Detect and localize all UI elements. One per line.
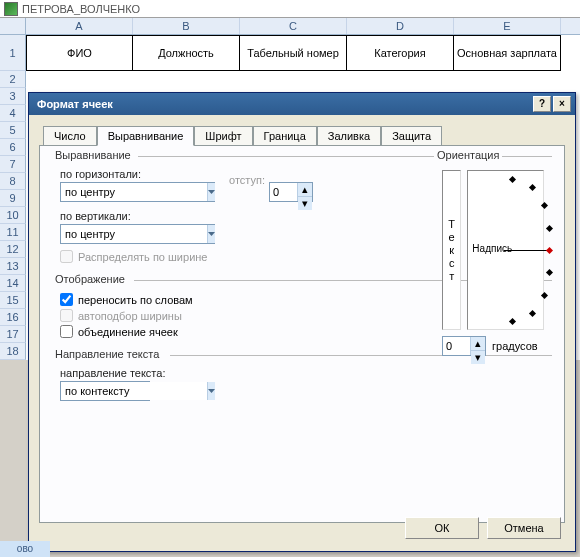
horizontal-combo[interactable] — [60, 182, 215, 202]
dialog-tabs: Число Выравнивание Шрифт Граница Заливка… — [29, 115, 575, 145]
degrees-value[interactable] — [443, 337, 470, 355]
degrees-spinner[interactable]: ▴▾ — [442, 336, 486, 356]
vertical-value[interactable] — [61, 225, 207, 243]
shrink-label: автоподбор ширины — [78, 310, 182, 322]
dialog-titlebar[interactable]: Формат ячеек ? × — [29, 93, 575, 115]
spinner-up-icon[interactable]: ▴ — [298, 183, 312, 197]
workbook-titlebar: ПЕТРОВА_ВОЛЧЕНКО — [0, 0, 580, 18]
textdir-value[interactable] — [61, 382, 207, 400]
tab-border[interactable]: Граница — [253, 126, 317, 146]
cell-d1[interactable]: Категория — [347, 35, 454, 71]
dialog-buttons: ОК Отмена — [405, 517, 561, 539]
degrees-label: градусов — [492, 340, 538, 352]
row-header-10[interactable]: 10 — [0, 207, 26, 224]
cell-c1[interactable]: Табельный номер — [240, 35, 347, 71]
alignment-group-label: Выравнивание — [52, 149, 134, 161]
row-header-4[interactable]: 4 — [0, 105, 26, 122]
select-all-corner[interactable] — [0, 18, 26, 34]
workbook-title: ПЕТРОВА_ВОЛЧЕНКО — [22, 3, 140, 15]
row-header-11[interactable]: 11 — [0, 224, 26, 241]
cancel-button[interactable]: Отмена — [487, 517, 561, 539]
row-header-9[interactable]: 9 — [0, 190, 26, 207]
row-header-5[interactable]: 5 — [0, 122, 26, 139]
col-header-b[interactable]: B — [133, 18, 240, 34]
row-headers: 2 3 4 5 6 7 8 9 10 11 12 13 14 15 16 17 … — [0, 71, 26, 360]
indent-label: отступ: — [229, 174, 265, 186]
chevron-down-icon[interactable] — [207, 225, 215, 243]
orientation-group-label: Ориентация — [434, 149, 502, 161]
excel-icon — [4, 2, 18, 16]
tab-protection[interactable]: Защита — [381, 126, 442, 146]
alignment-panel: Выравнивание по горизонтали: отступ: — [39, 145, 565, 523]
row-header-16[interactable]: 16 — [0, 309, 26, 326]
distribute-label: Распределять по ширине — [78, 251, 207, 263]
wrap-checkbox[interactable] — [60, 293, 73, 306]
wrap-label: переносить по словам — [78, 294, 193, 306]
vertical-text-button[interactable]: Т е к с т — [442, 170, 461, 330]
row-header-13[interactable]: 13 — [0, 258, 26, 275]
dialog-title: Формат ячеек — [33, 98, 531, 110]
orientation-dial-label: Надпись — [472, 243, 512, 254]
row-1: 1 ФИО Должность Табельный номер Категори… — [0, 35, 580, 71]
spinner-down-icon[interactable]: ▾ — [298, 197, 312, 210]
col-header-d[interactable]: D — [347, 18, 454, 34]
orientation-group: Ориентация Т е к с т Надпись — [434, 156, 552, 364]
spinner-up-icon[interactable]: ▴ — [471, 337, 485, 351]
chevron-down-icon[interactable] — [207, 382, 215, 400]
tab-number[interactable]: Число — [43, 126, 97, 146]
tab-font[interactable]: Шрифт — [194, 126, 252, 146]
row-header-17[interactable]: 17 — [0, 326, 26, 343]
horizontal-value[interactable] — [61, 183, 207, 201]
indent-value[interactable] — [270, 183, 297, 201]
col-header-c[interactable]: C — [240, 18, 347, 34]
cell-e1[interactable]: Основная зарплата — [454, 35, 561, 71]
row-header-1[interactable]: 1 — [0, 35, 26, 71]
tab-fill[interactable]: Заливка — [317, 126, 381, 146]
row-header-18[interactable]: 18 — [0, 343, 26, 360]
format-cells-dialog: Формат ячеек ? × Число Выравнивание Шриф… — [28, 92, 576, 552]
tab-alignment[interactable]: Выравнивание — [97, 126, 195, 146]
close-button[interactable]: × — [553, 96, 571, 112]
cell-a1[interactable]: ФИО — [26, 35, 133, 71]
column-header-row: A B C D E — [0, 18, 580, 35]
chevron-down-icon[interactable] — [207, 183, 215, 201]
row-header-2[interactable]: 2 — [0, 71, 26, 88]
merge-checkbox[interactable] — [60, 325, 73, 338]
row-header-3[interactable]: 3 — [0, 88, 26, 105]
textdir-label: направление текста: — [60, 367, 544, 379]
row-header-15[interactable]: 15 — [0, 292, 26, 309]
row-header-7[interactable]: 7 — [0, 156, 26, 173]
cell-b1[interactable]: Должность — [133, 35, 240, 71]
row-header-6[interactable]: 6 — [0, 139, 26, 156]
indent-spinner[interactable]: ▴▾ — [269, 182, 313, 202]
vertical-combo[interactable] — [60, 224, 215, 244]
ok-button[interactable]: ОК — [405, 517, 479, 539]
help-button[interactable]: ? — [533, 96, 551, 112]
row-header-14[interactable]: 14 — [0, 275, 26, 292]
row-header-12[interactable]: 12 — [0, 241, 26, 258]
col-header-a[interactable]: A — [26, 18, 133, 34]
display-group-label: Отображение — [52, 273, 128, 285]
horizontal-label: по горизонтали: — [60, 168, 215, 180]
textdir-group: Направление текста направление текста: — [52, 355, 552, 415]
textdir-combo[interactable] — [60, 381, 150, 401]
textdir-group-label: Направление текста — [52, 348, 162, 360]
row-header-8[interactable]: 8 — [0, 173, 26, 190]
col-header-e[interactable]: E — [454, 18, 561, 34]
merge-label: объединение ячеек — [78, 326, 178, 338]
status-bar: ово — [0, 541, 50, 557]
distribute-checkbox — [60, 250, 73, 263]
orientation-dial[interactable]: Надпись — [467, 170, 544, 330]
shrink-checkbox — [60, 309, 73, 322]
spinner-down-icon[interactable]: ▾ — [471, 351, 485, 364]
